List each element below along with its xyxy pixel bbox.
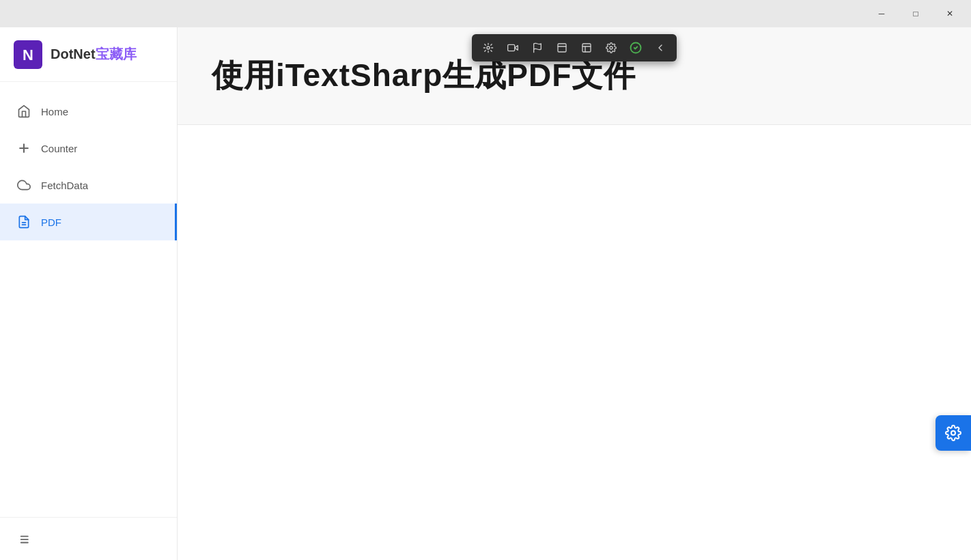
sidebar-logo: N DotNet宝藏库 <box>0 27 177 82</box>
title-bar-controls: ─ □ ✕ <box>866 3 966 25</box>
arrow-button[interactable] <box>651 38 670 57</box>
sidebar-home-label: Home <box>41 106 68 117</box>
title-bar: ─ □ ✕ <box>0 0 971 27</box>
svg-rect-15 <box>582 44 591 52</box>
svg-rect-11 <box>508 44 515 51</box>
sidebar-nav: Home Counter FetchDat <box>0 82 177 517</box>
video-record-button[interactable] <box>503 38 522 57</box>
home-icon <box>16 104 31 119</box>
svg-text:N: N <box>23 46 33 63</box>
sidebar-item-pdf[interactable]: PDF <box>0 204 177 240</box>
sidebar-item-home[interactable]: Home <box>0 93 177 130</box>
svg-point-20 <box>951 431 955 435</box>
plus-icon <box>16 141 31 156</box>
svg-rect-13 <box>558 44 566 52</box>
page-body <box>178 125 971 560</box>
settings-fab-button[interactable] <box>935 415 971 451</box>
svg-point-18 <box>610 46 613 49</box>
close-button[interactable]: ✕ <box>934 3 966 25</box>
hamburger-button[interactable] <box>16 529 37 549</box>
settings-tool-button[interactable] <box>602 38 621 57</box>
window-alt-button[interactable] <box>577 38 596 57</box>
main-content: 使用iTextSharp生成PDF文件 <box>178 27 971 560</box>
sidebar-item-fetchdata[interactable]: FetchData <box>0 167 177 204</box>
minimize-button[interactable]: ─ <box>866 3 897 25</box>
check-button[interactable] <box>626 38 645 57</box>
maximize-button[interactable]: □ <box>900 3 931 25</box>
sidebar-counter-label: Counter <box>41 143 77 154</box>
svg-marker-10 <box>515 46 518 51</box>
pdf-icon <box>16 214 31 229</box>
logo-text: DotNet宝藏库 <box>51 45 137 64</box>
sidebar-fetchdata-label: FetchData <box>41 180 88 191</box>
element-selector-button[interactable] <box>479 38 498 57</box>
sidebar-pdf-label: PDF <box>41 216 61 228</box>
window-button[interactable] <box>552 38 572 57</box>
svg-point-9 <box>487 46 490 49</box>
app-logo-icon: N <box>14 40 42 69</box>
cloud-icon <box>16 178 31 193</box>
logo-treasure: 宝藏库 <box>96 46 137 61</box>
app-window: N DotNet宝藏库 Home <box>0 27 971 560</box>
gear-icon <box>945 425 961 441</box>
toolbar-overlay <box>472 34 677 61</box>
flag-button[interactable] <box>528 38 547 57</box>
sidebar-bottom <box>0 517 177 560</box>
logo-dotnet: DotNet <box>51 46 96 61</box>
sidebar-item-counter[interactable]: Counter <box>0 130 177 167</box>
sidebar: N DotNet宝藏库 Home <box>0 27 178 560</box>
